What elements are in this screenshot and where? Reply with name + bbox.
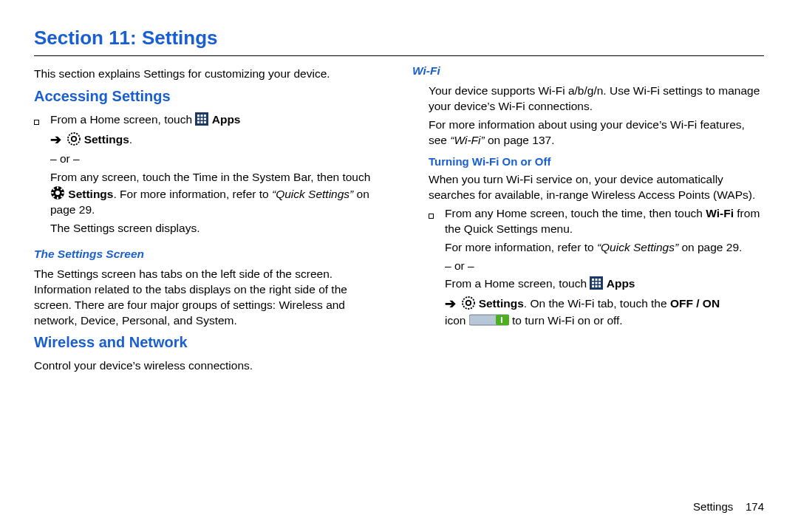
svg-rect-23 <box>592 279 594 281</box>
wifi-service-desc: When you turn Wi-Fi service on, your dev… <box>412 172 764 203</box>
svg-rect-36 <box>501 317 502 323</box>
square-bullet <box>429 206 445 332</box>
svg-point-10 <box>68 133 80 145</box>
from-any-screen: From any screen, touch the Time in the S… <box>50 170 386 218</box>
heading-wireless-network: Wireless and Network <box>34 332 386 352</box>
svg-rect-30 <box>596 285 598 287</box>
svg-rect-3 <box>204 115 206 117</box>
svg-rect-6 <box>204 118 206 120</box>
page-footer: Settings 174 <box>693 499 764 514</box>
or-text: – or – <box>445 259 764 274</box>
svg-rect-2 <box>201 115 203 117</box>
wifi-desc-2: For more information about using your de… <box>412 117 764 149</box>
svg-point-11 <box>72 137 76 141</box>
footer-page: 174 <box>746 500 764 513</box>
more-info: For more information, refer to “Quick Se… <box>445 240 764 256</box>
apps-icon <box>195 112 208 126</box>
svg-rect-31 <box>598 285 601 287</box>
svg-rect-17 <box>62 192 64 194</box>
wifi-desc-1: Your device supports Wi-Fi a/b/g/n. Use … <box>412 83 764 115</box>
svg-rect-4 <box>197 118 200 120</box>
arrow-icon: ➔ <box>50 132 61 147</box>
square-bullet <box>34 112 50 239</box>
settings-screen-desc: The Settings screen has tabs on the left… <box>34 267 386 329</box>
apps-label: Apps <box>212 113 241 126</box>
or-text: – or – <box>50 151 386 167</box>
from-home-apps: From a Home screen, touch Apps <box>445 276 764 292</box>
svg-point-33 <box>466 301 471 305</box>
section-divider <box>34 55 764 56</box>
settings-icon <box>67 132 81 146</box>
intro-text: This section explains Settings for custo… <box>34 66 386 82</box>
step-home-text: From a Home screen, touch <box>50 113 195 126</box>
svg-rect-25 <box>598 279 601 281</box>
heading-wifi: Wi-Fi <box>412 64 764 79</box>
step-time-wifi: From any Home screen, touch the time, th… <box>412 206 764 332</box>
apps-label: Apps <box>607 277 635 290</box>
right-column: Wi-Fi Your device supports Wi-Fi a/b/g/n… <box>412 64 764 377</box>
svg-rect-9 <box>204 121 206 123</box>
settings-displays: The Settings screen displays. <box>50 221 386 236</box>
wireless-desc: Control your device’s wireless connectio… <box>34 358 386 374</box>
svg-rect-15 <box>57 197 58 200</box>
settings-label: Settings <box>84 133 129 146</box>
settings-gear-icon <box>50 185 65 200</box>
svg-rect-29 <box>592 285 594 287</box>
svg-rect-26 <box>592 282 594 284</box>
apps-icon <box>590 276 603 290</box>
arrow-icon: ➔ <box>445 296 456 311</box>
svg-rect-16 <box>52 192 54 194</box>
heading-accessing-settings: Accessing Settings <box>34 86 386 106</box>
section-title: Section 11: Settings <box>34 25 764 51</box>
footer-label: Settings <box>693 500 733 513</box>
svg-rect-27 <box>596 282 598 284</box>
svg-rect-7 <box>197 121 200 123</box>
svg-point-13 <box>55 191 60 195</box>
step-home-apps: From a Home screen, touch Apps ➔ Setting… <box>34 112 386 239</box>
content-columns: This section explains Settings for custo… <box>34 64 764 377</box>
heading-turning-wifi: Turning Wi-Fi On or Off <box>412 154 764 169</box>
wifi-bold: Wi-Fi <box>706 207 734 219</box>
svg-rect-24 <box>596 279 598 281</box>
svg-point-32 <box>463 297 474 309</box>
settings-icon <box>462 296 475 310</box>
svg-rect-14 <box>57 187 58 189</box>
heading-settings-screen: The Settings Screen <box>34 247 386 262</box>
svg-rect-1 <box>197 115 200 117</box>
svg-rect-8 <box>201 121 203 123</box>
settings-tail: ➔ Settings. On the Wi-Fi tab, touch the … <box>445 295 764 328</box>
toggle-on-icon <box>469 313 509 327</box>
left-column: This section explains Settings for custo… <box>34 64 386 377</box>
svg-rect-5 <box>201 118 203 120</box>
bullet-text-a: From any Home screen, touch the time, th… <box>445 207 706 219</box>
svg-rect-28 <box>598 282 601 284</box>
